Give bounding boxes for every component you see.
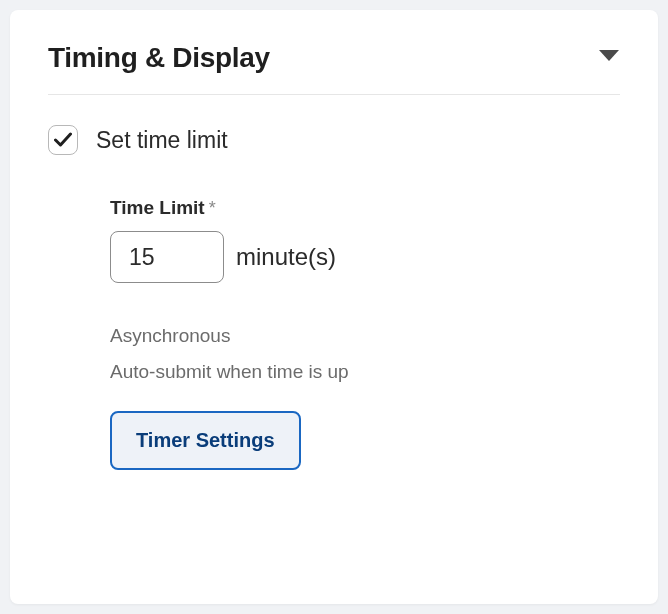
time-limit-unit: minute(s) [236,243,336,271]
set-time-limit-row: Set time limit [48,125,620,155]
time-limit-details: Time Limit * minute(s) Asynchronous Auto… [110,197,620,470]
time-limit-field-label: Time Limit [110,197,205,219]
time-limit-input[interactable] [110,231,224,283]
section-title: Timing & Display [48,42,270,74]
mode-text: Asynchronous [110,325,620,347]
set-time-limit-label: Set time limit [96,127,228,154]
auto-submit-text: Auto-submit when time is up [110,361,620,383]
chevron-down-icon [598,49,620,67]
set-time-limit-checkbox[interactable] [48,125,78,155]
required-indicator: * [209,198,216,219]
timer-settings-button[interactable]: Timer Settings [110,411,301,470]
section-header[interactable]: Timing & Display [48,42,620,95]
time-limit-input-row: minute(s) [110,231,620,283]
timing-display-panel: Timing & Display Set time limit Time Lim… [10,10,658,604]
time-limit-label-row: Time Limit * [110,197,620,219]
